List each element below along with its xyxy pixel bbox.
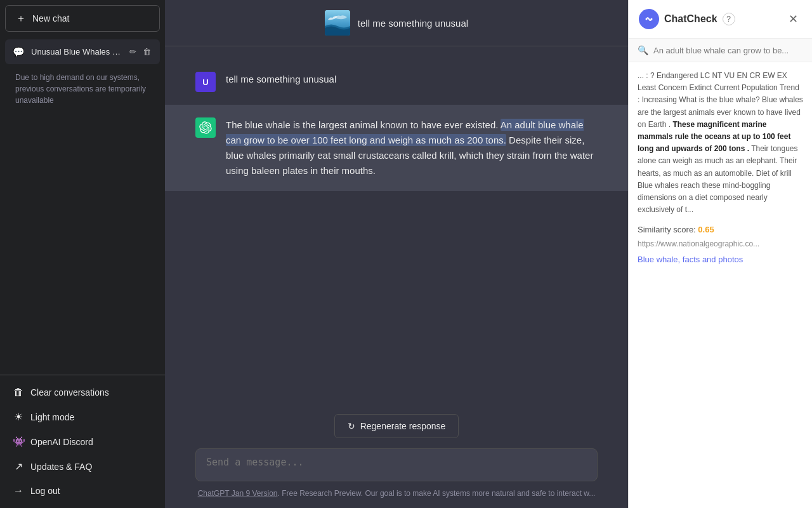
chat-header-title: tell me something unusual <box>358 18 468 29</box>
source-link[interactable]: Blue whale, facts and photos <box>638 255 743 264</box>
chatcheck-search-input[interactable] <box>653 46 803 55</box>
delete-chat-button[interactable]: 🗑 <box>141 46 152 58</box>
regenerate-button[interactable]: ↻ Regenerate response <box>334 414 459 438</box>
discord-label: OpenAI Discord <box>30 437 93 447</box>
main-chat: tell me something unusual U tell me some… <box>165 0 628 508</box>
plus-icon: ＋ <box>16 13 26 23</box>
chat-history: 💬 Unusual Blue Whales F... ✏ 🗑 Due to hi… <box>0 37 165 375</box>
sidebar-item-light-mode[interactable]: ☀ Light mode <box>5 404 160 429</box>
user-message: U tell me something unusual <box>165 59 628 105</box>
chatcheck-panel: ChatCheck ? ✕ 🔍 ... : ? Endangered LC NT… <box>628 0 812 508</box>
chat-avatar <box>325 10 350 36</box>
sun-icon: ☀ <box>13 411 24 423</box>
sidebar: ＋ New chat 💬 Unusual Blue Whales F... ✏ … <box>0 0 165 508</box>
context-post: Their tongues alone can weigh as much as… <box>638 144 798 214</box>
light-mode-label: Light mode <box>30 412 74 422</box>
chat-input[interactable] <box>195 448 598 481</box>
svg-point-2 <box>646 18 648 20</box>
chat-icon: 💬 <box>13 46 25 58</box>
sidebar-bottom: 🗑 Clear conversations ☀ Light mode 👾 Ope… <box>0 375 165 508</box>
similarity-score: Similarity score: 0.65 <box>638 225 803 234</box>
footer-note: ChatGPT Jan 9 Version. Free Research Pre… <box>198 489 596 498</box>
user-avatar: U <box>195 72 216 92</box>
edit-chat-button[interactable]: ✏ <box>128 46 138 58</box>
close-button[interactable]: ✕ <box>785 11 802 27</box>
similarity-value: 0.65 <box>698 225 714 234</box>
discord-icon: 👾 <box>13 436 24 448</box>
chat-history-item[interactable]: 💬 Unusual Blue Whales F... ✏ 🗑 <box>5 39 160 64</box>
regenerate-icon: ↻ <box>348 421 355 431</box>
logout-label: Log out <box>30 486 60 496</box>
sidebar-item-discord[interactable]: 👾 OpenAI Discord <box>5 429 160 454</box>
chat-header: tell me something unusual <box>165 0 628 46</box>
source-url: https://www.nationalgeographic.co... <box>638 239 803 248</box>
new-chat-button[interactable]: ＋ New chat <box>5 5 160 32</box>
assistant-message: The blue whale is the largest animal kno… <box>165 105 628 191</box>
chatcheck-logo-area: ChatCheck ? <box>639 9 735 29</box>
chat-item-actions: ✏ 🗑 <box>128 46 152 58</box>
chatcheck-title: ChatCheck <box>664 13 717 25</box>
chat-item-title: Unusual Blue Whales F... <box>31 47 122 57</box>
sidebar-item-updates[interactable]: ↗ Updates & FAQ <box>5 454 160 479</box>
assistant-message-text: The blue whale is the largest animal kno… <box>226 117 598 178</box>
input-area <box>195 448 598 484</box>
regenerate-label: Regenerate response <box>360 421 446 431</box>
chatcheck-context: ... : ? Endangered LC NT VU EN CR EW EX … <box>638 70 803 216</box>
new-chat-label: New chat <box>32 13 69 23</box>
sidebar-item-logout[interactable]: → Log out <box>5 479 160 503</box>
chatcheck-search-bar: 🔍 <box>629 39 812 62</box>
logout-icon: → <box>13 485 24 497</box>
chatcheck-body: ... : ? Endangered LC NT VU EN CR EW EX … <box>629 62 812 508</box>
external-link-icon: ↗ <box>13 460 24 472</box>
updates-label: Updates & FAQ <box>30 462 92 472</box>
svg-point-3 <box>651 18 653 20</box>
assistant-avatar <box>195 117 216 138</box>
search-icon: 🔍 <box>638 45 648 55</box>
sidebar-item-clear[interactable]: 🗑 Clear conversations <box>5 380 160 404</box>
user-message-text: tell me something unusual <box>226 72 598 87</box>
footer-link[interactable]: ChatGPT Jan 9 Version <box>198 489 278 498</box>
messages-area: U tell me something unusual The blue wha… <box>165 46 628 404</box>
similarity-label: Similarity score: <box>638 225 698 234</box>
message-pre: The blue whale is the largest animal kno… <box>226 119 501 130</box>
chatcheck-logo <box>639 9 659 29</box>
clear-label: Clear conversations <box>30 387 109 398</box>
chat-title-area: tell me something unusual <box>325 10 468 36</box>
chatcheck-header: ChatCheck ? ✕ <box>629 0 812 39</box>
help-button[interactable]: ? <box>723 13 735 25</box>
chat-footer: ↻ Regenerate response ChatGPT Jan 9 Vers… <box>165 404 628 508</box>
trash-icon: 🗑 <box>13 387 24 398</box>
sidebar-notice: Due to high demand on our systems, previ… <box>5 64 160 114</box>
